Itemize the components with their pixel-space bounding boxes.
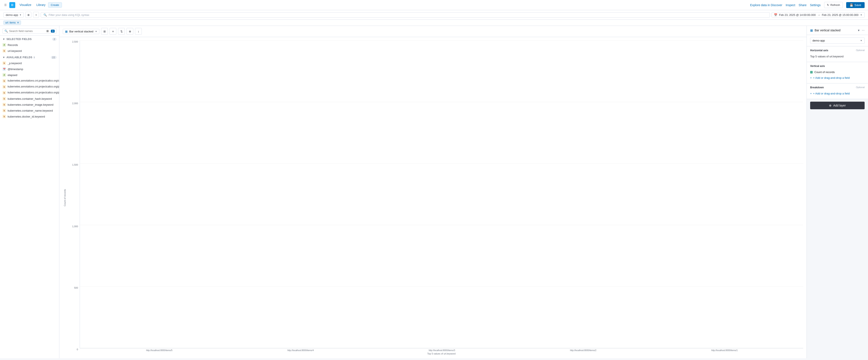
y-label-500: 500 [74, 287, 78, 289]
chevron-down-icon: ▼ [3, 38, 5, 41]
y-label-2000: 2,000 [72, 102, 78, 105]
filter-tags-row: url: items ✕ [0, 20, 868, 26]
chevron-down-icon: ▼ [3, 56, 5, 59]
chart-plot-area: Count of records 2,500 2,000 1,500 1,000… [63, 40, 803, 355]
filter-options-icon[interactable]: + [33, 12, 39, 18]
field-type-icon: k [3, 115, 6, 118]
settings-link[interactable]: Settings [810, 3, 821, 7]
field-type-icon: k [3, 103, 6, 106]
inspect-link[interactable]: Inspect [785, 3, 795, 7]
x-label-items4: http://localhost:8000/items/4 [287, 349, 313, 352]
explore-discover-link[interactable]: Explore data in Discover [750, 3, 782, 7]
top-navigation: ☰ D Visualize Library Create Explore dat… [0, 0, 868, 10]
chevron-down-icon: ▼ [20, 14, 22, 16]
available-fields-header: ▼ Available fields ℹ 22 [0, 54, 59, 60]
field-type-icon-number: # [3, 43, 6, 46]
field-name-records: Records [8, 43, 18, 46]
nav-link-visualize[interactable]: Visualize [17, 0, 34, 10]
y-axis: 2,500 2,000 1,500 1,000 500 0 [67, 40, 80, 355]
breakdown-optional: Optional [856, 86, 865, 89]
nav-links: Visualize Library Create [17, 0, 62, 10]
horizontal-axis-label: Horizontal axis Optional [810, 49, 865, 52]
selected-field-url-keyword[interactable]: k url.keyword [0, 48, 59, 54]
chart-container: Count of records 2,500 2,000 1,500 1,000… [59, 37, 807, 358]
add-breakdown-field-row[interactable]: + + Add or drag-and-drop a field [810, 91, 865, 96]
filter-add-icon[interactable]: ⊕ [25, 12, 31, 18]
more-options-icon[interactable]: ··· [862, 28, 865, 32]
chart-type-selector[interactable]: ▦ Bar vertical stacked ▼ [63, 29, 99, 34]
add-vertical-field-row[interactable]: + + Add or drag-and-drop a field [810, 75, 865, 81]
filter-bar: demo-app ▼ ⊕ + 🔍 Filter your data using … [0, 10, 868, 20]
horizontal-axis-value[interactable]: Top 5 values of url.keyword [810, 54, 865, 59]
field-type-icon: k [3, 91, 6, 94]
nav-link-library[interactable]: Library [34, 0, 48, 10]
panel-actions: ▼ ··· [858, 28, 865, 32]
list-item[interactable]: k kubernetes.annotations.cni.projectcali… [0, 78, 59, 84]
selected-field-records[interactable]: # Records [0, 42, 59, 48]
vertical-axis-value-row[interactable]: Count of records [810, 69, 865, 75]
date-chevron-icon: ▼ [860, 14, 862, 16]
list-item[interactable]: k kubernetes.docker_id.keyword [0, 113, 59, 120]
list-item[interactable]: # elapsed [0, 72, 59, 78]
add-layer-button[interactable]: ⊕ Add layer [810, 102, 865, 109]
y-label-2500: 2,500 [72, 40, 78, 43]
field-name: kubernetes.annotations.cni.projectcalico… [8, 91, 59, 94]
refresh-icon: ↻ [827, 3, 829, 6]
share-link[interactable]: Share [799, 3, 807, 7]
field-name: kubernetes.annotations.cni.projectcalico… [8, 79, 59, 83]
list-item[interactable]: k kubernetes.container_image.keyword [0, 102, 59, 107]
field-type-icon-keyword: k [3, 49, 6, 53]
disabled-icon: ↕ [138, 30, 139, 33]
data-source-selector[interactable]: demo-app ▼ [810, 37, 865, 44]
disabled-button[interactable]: ↕ [135, 28, 142, 35]
vertical-axis-label: Vertical axis [810, 65, 865, 68]
field-type-icon: k [3, 109, 6, 112]
data-source-section: demo-app ▼ [807, 35, 868, 46]
panel-header: ▦ Bar vertical stacked ▼ ··· [807, 26, 868, 35]
horizontal-axis-section: Horizontal axis Optional Top 5 values of… [807, 46, 868, 62]
filter-tag-close-icon[interactable]: ✕ [17, 21, 19, 24]
vertical-axis-section: Vertical axis Count of records + + Add o… [807, 62, 868, 84]
filter-tag-url-items[interactable]: url: items ✕ [3, 21, 21, 25]
config-icon: ≡ [112, 30, 114, 33]
list-item[interactable]: k kubernetes.container_name.keyword [0, 107, 59, 113]
refresh-button[interactable]: ↻ Refresh [824, 2, 843, 8]
vertical-axis-color-dot [810, 71, 813, 73]
y-label-1500: 1,500 [72, 163, 78, 166]
kql-search-bar[interactable]: 🔍 Filter your data using KQL syntax [41, 12, 770, 18]
add-layer-label: Add layer [833, 104, 846, 107]
selected-fields-section: ▼ Selected fields 2 # Records k url.keyw… [0, 36, 59, 54]
filter-icon[interactable]: ⊞ [46, 29, 49, 33]
panel-title: ▦ Bar vertical stacked [810, 29, 840, 32]
chevron-down-icon[interactable]: ▼ [858, 29, 860, 32]
list-item[interactable]: k _p.keyword [0, 60, 59, 66]
table-icon: ⊞ [103, 30, 106, 33]
sync-icon: ⊕ [129, 30, 131, 33]
field-search-input-wrap[interactable]: 🔍 ⊞ 0 [3, 28, 57, 34]
list-item[interactable]: k kubernetes.annotations.cni.projectcali… [0, 90, 59, 96]
swap-axis-button[interactable]: ⇅ [118, 28, 125, 35]
search-icon: 🔍 [43, 13, 47, 17]
available-fields-toggle[interactable]: ▼ Available fields ℹ [3, 56, 35, 59]
list-item[interactable]: k kubernetes.container_hash.keyword [0, 96, 59, 102]
nav-btn-create[interactable]: Create [48, 2, 62, 8]
chart-type-label: Bar vertical stacked [69, 30, 93, 33]
list-item[interactable]: 📅 @timestamp [0, 66, 59, 72]
add-icon: + [810, 76, 812, 79]
field-search-input[interactable] [9, 29, 45, 33]
date-range-picker[interactable]: 📅 Feb 23, 2025 @ 14:00:00.000 → Feb 23, … [772, 12, 865, 18]
config-button[interactable]: ≡ [110, 28, 116, 35]
sync-button[interactable]: ⊕ [126, 28, 133, 35]
field-name: @timestamp [8, 68, 23, 71]
field-name: _p.keyword [8, 62, 22, 65]
info-icon[interactable]: ℹ [34, 56, 35, 59]
index-selector[interactable]: demo-app ▼ [3, 12, 24, 18]
save-button[interactable]: 💾 Save [846, 2, 865, 8]
list-item[interactable]: k kubernetes.annotations.cni.projectcali… [0, 84, 59, 90]
available-fields-label: Available fields [6, 56, 32, 59]
hamburger-icon[interactable]: ☰ [3, 3, 8, 7]
field-type-icon: k [3, 61, 6, 65]
field-name-url-keyword: url.keyword [8, 50, 22, 53]
selected-fields-toggle[interactable]: ▼ Selected fields [3, 38, 32, 41]
table-view-button[interactable]: ⊞ [101, 28, 108, 35]
